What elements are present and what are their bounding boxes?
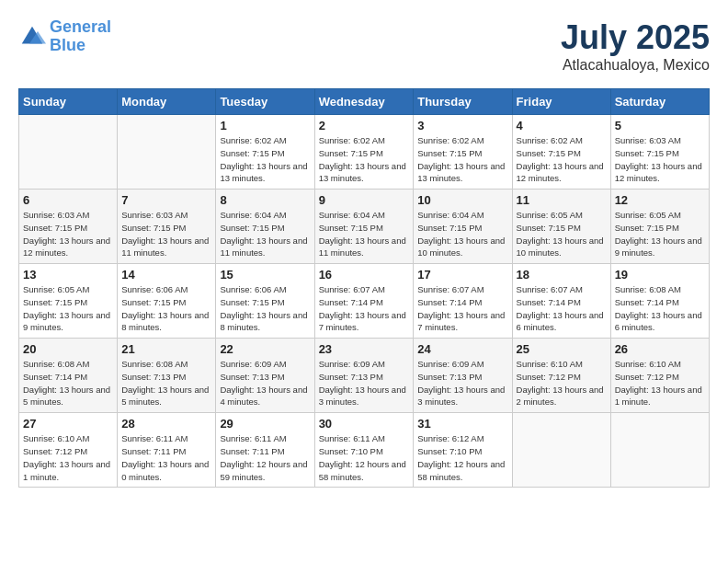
day-number: 4 [517,119,607,132]
day-number: 17 [417,268,507,282]
logo: General Blue [18,18,111,55]
calendar-subtitle: Atlacahualoya, Mexico [561,57,710,74]
calendar-cell: 13Sunrise: 6:05 AM Sunset: 7:15 PM Dayli… [19,264,118,339]
day-number: 10 [417,193,507,207]
day-number: 2 [319,119,410,132]
day-number: 21 [121,342,211,356]
calendar-cell [118,115,216,190]
calendar-cell: 3Sunrise: 6:02 AM Sunset: 7:15 PM Daylig… [414,115,512,190]
day-info: Sunrise: 6:02 AM Sunset: 7:15 PM Dayligh… [220,134,310,185]
day-number: 9 [319,193,410,207]
calendar-cell: 16Sunrise: 6:07 AM Sunset: 7:14 PM Dayli… [314,264,414,339]
day-number: 30 [319,417,410,431]
day-number: 22 [220,342,310,356]
day-info: Sunrise: 6:11 AM Sunset: 7:11 PM Dayligh… [220,432,310,483]
day-number: 28 [121,417,211,431]
day-info: Sunrise: 6:07 AM Sunset: 7:14 PM Dayligh… [417,283,507,334]
day-info: Sunrise: 6:02 AM Sunset: 7:15 PM Dayligh… [417,134,507,185]
calendar-cell: 27Sunrise: 6:10 AM Sunset: 7:12 PM Dayli… [19,413,118,488]
header-day: Thursday [414,89,512,115]
calendar-cell: 30Sunrise: 6:11 AM Sunset: 7:10 PM Dayli… [314,413,414,488]
header-day: Wednesday [314,89,414,115]
calendar-cell: 18Sunrise: 6:07 AM Sunset: 7:14 PM Dayli… [512,264,610,339]
day-number: 15 [220,268,310,282]
day-info: Sunrise: 6:02 AM Sunset: 7:15 PM Dayligh… [517,134,607,185]
calendar-cell: 8Sunrise: 6:04 AM Sunset: 7:15 PM Daylig… [216,190,314,264]
day-info: Sunrise: 6:10 AM Sunset: 7:12 PM Dayligh… [517,358,607,408]
day-number: 29 [220,417,310,431]
calendar-cell [19,115,118,190]
calendar-cell: 9Sunrise: 6:04 AM Sunset: 7:15 PM Daylig… [314,190,414,264]
calendar-cell: 28Sunrise: 6:11 AM Sunset: 7:11 PM Dayli… [118,413,216,488]
day-info: Sunrise: 6:03 AM Sunset: 7:15 PM Dayligh… [615,134,705,185]
day-info: Sunrise: 6:08 AM Sunset: 7:14 PM Dayligh… [23,358,113,408]
calendar-cell: 20Sunrise: 6:08 AM Sunset: 7:14 PM Dayli… [19,339,118,413]
header-day: Friday [512,89,610,115]
calendar-cell: 21Sunrise: 6:08 AM Sunset: 7:13 PM Dayli… [118,339,216,413]
day-number: 6 [23,193,113,207]
day-info: Sunrise: 6:09 AM Sunset: 7:13 PM Dayligh… [220,358,310,408]
calendar-cell: 23Sunrise: 6:09 AM Sunset: 7:13 PM Dayli… [314,339,414,413]
day-number: 19 [615,268,705,282]
day-number: 5 [615,119,705,132]
calendar-cell: 25Sunrise: 6:10 AM Sunset: 7:12 PM Dayli… [512,339,610,413]
day-number: 14 [121,268,211,282]
calendar-cell: 19Sunrise: 6:08 AM Sunset: 7:14 PM Dayli… [610,264,709,339]
calendar-week-row: 6Sunrise: 6:03 AM Sunset: 7:15 PM Daylig… [19,190,710,264]
calendar-cell: 24Sunrise: 6:09 AM Sunset: 7:13 PM Dayli… [414,339,512,413]
day-number: 13 [23,268,113,282]
calendar-cell: 7Sunrise: 6:03 AM Sunset: 7:15 PM Daylig… [118,190,216,264]
day-number: 26 [615,342,705,356]
day-number: 7 [121,193,211,207]
calendar-cell: 17Sunrise: 6:07 AM Sunset: 7:14 PM Dayli… [414,264,512,339]
day-number: 27 [23,417,113,431]
day-info: Sunrise: 6:07 AM Sunset: 7:14 PM Dayligh… [319,283,410,334]
day-info: Sunrise: 6:06 AM Sunset: 7:15 PM Dayligh… [121,283,211,334]
day-info: Sunrise: 6:04 AM Sunset: 7:15 PM Dayligh… [220,209,310,259]
day-info: Sunrise: 6:11 AM Sunset: 7:10 PM Dayligh… [319,432,410,483]
calendar-cell: 22Sunrise: 6:09 AM Sunset: 7:13 PM Dayli… [216,339,314,413]
calendar-cell: 12Sunrise: 6:05 AM Sunset: 7:15 PM Dayli… [610,190,709,264]
calendar-header: SundayMondayTuesdayWednesdayThursdayFrid… [19,89,710,115]
calendar-week-row: 13Sunrise: 6:05 AM Sunset: 7:15 PM Dayli… [19,264,710,339]
day-info: Sunrise: 6:10 AM Sunset: 7:12 PM Dayligh… [615,358,705,408]
day-info: Sunrise: 6:05 AM Sunset: 7:15 PM Dayligh… [23,283,113,334]
day-info: Sunrise: 6:03 AM Sunset: 7:15 PM Dayligh… [23,209,113,259]
day-info: Sunrise: 6:11 AM Sunset: 7:11 PM Dayligh… [121,432,211,483]
calendar-week-row: 1Sunrise: 6:02 AM Sunset: 7:15 PM Daylig… [19,115,710,190]
day-number: 11 [517,193,607,207]
day-number: 31 [417,417,507,431]
day-info: Sunrise: 6:09 AM Sunset: 7:13 PM Dayligh… [417,358,507,408]
day-info: Sunrise: 6:05 AM Sunset: 7:15 PM Dayligh… [517,209,607,259]
calendar-title: July 2025 [561,18,710,57]
day-info: Sunrise: 6:10 AM Sunset: 7:12 PM Dayligh… [23,432,113,483]
calendar-cell [512,413,610,488]
day-info: Sunrise: 6:08 AM Sunset: 7:14 PM Dayligh… [615,283,705,334]
logo-text: General Blue [50,18,111,55]
header-day: Monday [118,89,216,115]
calendar-table: SundayMondayTuesdayWednesdayThursdayFrid… [18,88,710,488]
day-info: Sunrise: 6:06 AM Sunset: 7:15 PM Dayligh… [220,283,310,334]
day-info: Sunrise: 6:12 AM Sunset: 7:10 PM Dayligh… [417,432,507,483]
calendar-week-row: 27Sunrise: 6:10 AM Sunset: 7:12 PM Dayli… [19,413,710,488]
header-day: Saturday [610,89,709,115]
day-number: 16 [319,268,410,282]
day-info: Sunrise: 6:09 AM Sunset: 7:13 PM Dayligh… [319,358,410,408]
header-day: Sunday [19,89,118,115]
calendar-cell: 4Sunrise: 6:02 AM Sunset: 7:15 PM Daylig… [512,115,610,190]
calendar-cell: 5Sunrise: 6:03 AM Sunset: 7:15 PM Daylig… [610,115,709,190]
day-number: 18 [517,268,607,282]
calendar-cell [610,413,709,488]
day-number: 8 [220,193,310,207]
day-info: Sunrise: 6:04 AM Sunset: 7:15 PM Dayligh… [319,209,410,259]
day-number: 1 [220,119,310,132]
calendar-cell: 31Sunrise: 6:12 AM Sunset: 7:10 PM Dayli… [414,413,512,488]
day-info: Sunrise: 6:03 AM Sunset: 7:15 PM Dayligh… [121,209,211,259]
logo-icon [18,23,46,51]
day-info: Sunrise: 6:08 AM Sunset: 7:13 PM Dayligh… [121,358,211,408]
day-number: 20 [23,342,113,356]
calendar-cell: 29Sunrise: 6:11 AM Sunset: 7:11 PM Dayli… [216,413,314,488]
calendar-cell: 2Sunrise: 6:02 AM Sunset: 7:15 PM Daylig… [314,115,414,190]
day-number: 3 [417,119,507,132]
calendar-cell: 14Sunrise: 6:06 AM Sunset: 7:15 PM Dayli… [118,264,216,339]
